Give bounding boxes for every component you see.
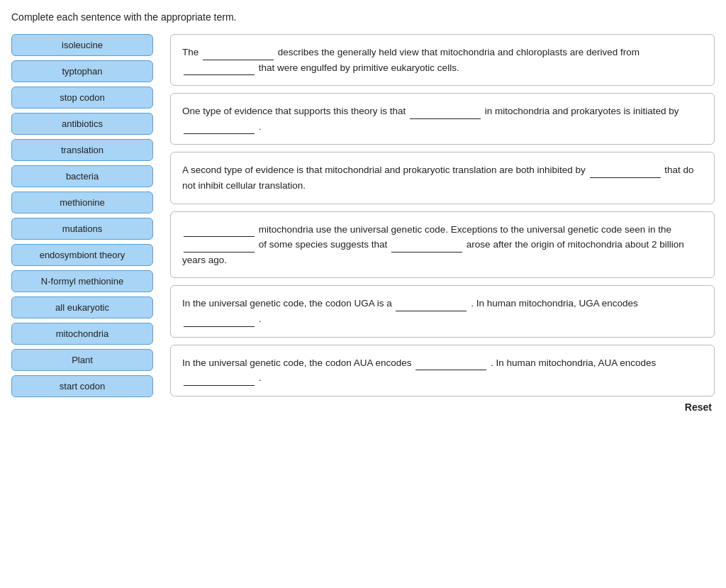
blank-0-1[interactable] — [203, 49, 274, 60]
blank-0-3[interactable] — [184, 64, 255, 75]
blank-4-1[interactable] — [396, 300, 467, 311]
blank-5-1[interactable] — [415, 359, 486, 370]
blank-1-1[interactable] — [410, 108, 481, 119]
sentence-box-5: In the universal genetic code, the codon… — [170, 345, 715, 396]
blank-3-4[interactable] — [391, 241, 462, 253]
sentence-box-4: In the universal genetic code, the codon… — [170, 285, 715, 337]
sentences-column: The describes the generally held view th… — [170, 34, 715, 396]
sentence-box-0: The describes the generally held view th… — [170, 34, 715, 86]
main-layout: isoleucinetyptophanstop codonantibiotics… — [11, 34, 715, 397]
term-btn-11[interactable]: mitochondria — [11, 323, 153, 345]
sentence-box-1: One type of evidence that supports this … — [170, 93, 715, 145]
blank-3-0[interactable] — [184, 226, 255, 237]
term-btn-1[interactable]: typtophan — [11, 60, 153, 82]
term-btn-12[interactable]: Plant — [11, 349, 153, 371]
term-btn-6[interactable]: methionine — [11, 192, 153, 213]
blank-1-3[interactable] — [184, 123, 255, 134]
blank-4-3[interactable] — [184, 316, 255, 327]
term-btn-8[interactable]: endosymbiont theory — [11, 244, 153, 266]
blank-2-1[interactable] — [590, 167, 661, 178]
term-btn-0[interactable]: isoleucine — [11, 34, 153, 56]
term-btn-7[interactable]: mutations — [11, 218, 153, 240]
term-btn-2[interactable]: stop codon — [11, 87, 153, 109]
blank-5-3[interactable] — [184, 375, 255, 386]
term-btn-9[interactable]: N-formyl methionine — [11, 270, 153, 292]
terms-column: isoleucinetyptophanstop codonantibiotics… — [11, 34, 153, 397]
term-btn-3[interactable]: antibiotics — [11, 113, 153, 135]
instruction: Complete each sentence with the appropri… — [11, 11, 715, 23]
reset-button[interactable]: Reset — [685, 401, 712, 413]
term-btn-5[interactable]: bacteria — [11, 165, 153, 187]
blank-3-2[interactable] — [184, 241, 255, 253]
reset-row: Reset — [11, 401, 715, 413]
sentence-box-3: mitochondria use the universal genetic c… — [170, 211, 715, 279]
term-btn-4[interactable]: translation — [11, 139, 153, 161]
term-btn-13[interactable]: start codon — [11, 375, 153, 397]
term-btn-10[interactable]: all eukaryotic — [11, 296, 153, 318]
sentence-box-2: A second type of evidence is that mitoch… — [170, 152, 715, 204]
